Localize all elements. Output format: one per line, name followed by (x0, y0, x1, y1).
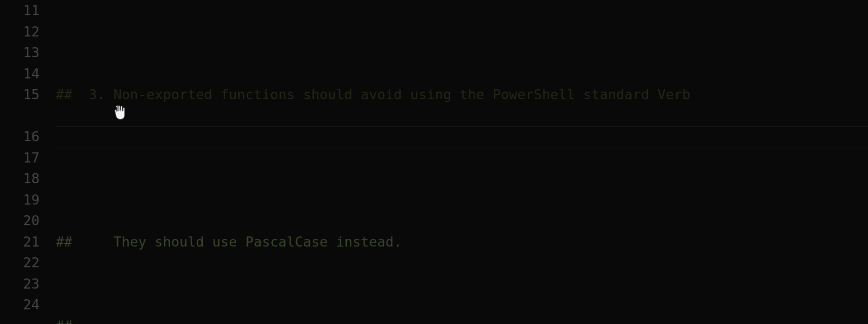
code-editor[interactable]: 11 12 13 14 15 16 17 18 19 20 21 22 23 2… (0, 0, 868, 324)
line-number: 13 (0, 42, 40, 63)
line-number: 21 (0, 231, 40, 253)
line-number: 22 (0, 252, 40, 273)
code-line[interactable]: ## (56, 315, 868, 325)
line-number: 23 (0, 273, 40, 295)
line-number: 20 (0, 210, 40, 231)
line-number: 18 (0, 168, 40, 189)
line-number: 12 (0, 21, 40, 43)
code-area[interactable]: ## 3. Non-exported functions should avoi… (56, 0, 868, 324)
line-number: 11 (0, 0, 40, 21)
line-number (0, 105, 40, 127)
comment-text: ## (56, 234, 114, 250)
line-number: 19 (0, 189, 40, 211)
line-number: 16 (0, 126, 40, 147)
line-number: 24 (0, 294, 40, 315)
line-number-gutter: 11 12 13 14 15 16 17 18 19 20 21 22 23 2… (0, 0, 56, 324)
line-number: 14 (0, 63, 40, 85)
line-number: 15 (0, 84, 40, 105)
comment-text: ## (56, 318, 73, 325)
code-line[interactable]: ## 3. Non-exported functions should avoi… (56, 84, 868, 105)
comment-text: They should use PascalCase instead. (114, 234, 402, 250)
comment-text: ## 3. Non-exported functions should avoi… (56, 87, 691, 102)
line-number: 17 (0, 147, 40, 169)
code-line[interactable]: ## They should use PascalCase instead. (56, 231, 868, 253)
current-line-highlight (56, 126, 868, 147)
